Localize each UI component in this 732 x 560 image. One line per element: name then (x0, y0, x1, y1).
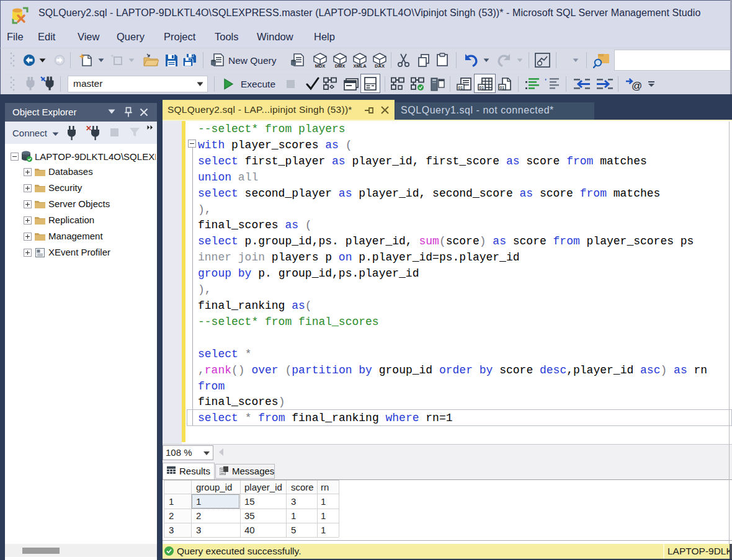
svg-text:DAX: DAX (375, 63, 385, 68)
svg-text:01: 01 (479, 86, 484, 90)
svg-text:’: ’ (545, 78, 547, 85)
svg-text:DMX: DMX (335, 63, 346, 68)
svg-text:01: 01 (499, 86, 504, 90)
svg-text:✕: ✕ (86, 125, 92, 133)
svg-text:XMLA: XMLA (353, 63, 367, 68)
svg-text:@: @ (632, 80, 642, 92)
svg-text:MDX: MDX (315, 63, 326, 68)
svg-text:01: 01 (458, 86, 463, 90)
